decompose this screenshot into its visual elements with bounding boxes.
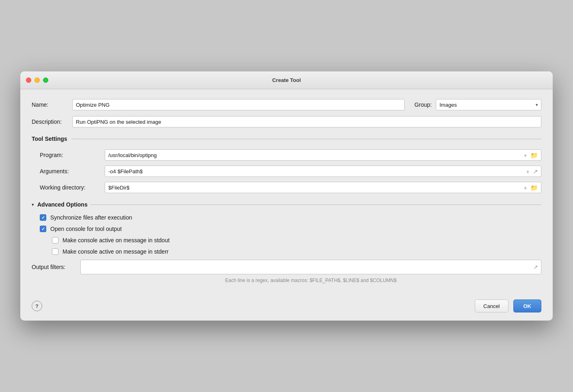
- cancel-button[interactable]: Cancel: [475, 299, 508, 312]
- advanced-options-title: Advanced Options: [37, 201, 88, 208]
- tool-settings-title: Tool Settings: [32, 136, 67, 142]
- add-macro-icon-wd[interactable]: +: [523, 185, 527, 191]
- output-filters-hint: Each line is a regex, available macros: …: [32, 278, 541, 283]
- traffic-lights: [26, 78, 48, 83]
- program-icons: + 📁: [523, 152, 538, 158]
- output-filters-input-wrapper: ↗: [80, 260, 541, 274]
- active-stdout-label: Make console active on message in stdout: [62, 237, 170, 243]
- active-stdout-row: Make console active on message in stdout: [40, 237, 541, 243]
- add-macro-icon[interactable]: +: [523, 152, 527, 158]
- active-stderr-checkbox[interactable]: [52, 248, 58, 255]
- group-label: Group:: [414, 101, 432, 108]
- advanced-options-body: Synchronize files after execution Open c…: [32, 214, 541, 255]
- advanced-options-divider: [90, 205, 541, 205]
- dialog-footer: ? Cancel OK: [20, 299, 553, 321]
- active-stderr-row: Make console active on message in stderr: [40, 248, 541, 255]
- open-console-row: Open console for tool output: [40, 226, 541, 232]
- arguments-label: Arguments:: [40, 168, 105, 174]
- window-title: Create Tool: [272, 77, 301, 83]
- add-macro-icon-args[interactable]: +: [526, 168, 530, 174]
- working-directory-label: Working directory:: [40, 184, 105, 191]
- open-console-label: Open console for tool output: [50, 226, 122, 232]
- output-filters-row: Output filters: ↗: [32, 260, 541, 274]
- close-button[interactable]: [26, 78, 31, 83]
- arguments-input[interactable]: [105, 166, 541, 177]
- arguments-input-wrapper: + ↗: [105, 166, 541, 177]
- advanced-options-header[interactable]: ▾ Advanced Options: [32, 201, 541, 208]
- open-console-checkbox[interactable]: [40, 226, 46, 232]
- expand-icon[interactable]: ↗: [533, 264, 538, 270]
- tool-settings-body: Program: + 📁 Arguments: + ↗: [32, 149, 541, 193]
- output-filters-label: Output filters:: [32, 264, 80, 270]
- working-directory-row: Working directory: + 📁: [40, 182, 541, 193]
- sync-files-row: Synchronize files after execution: [40, 214, 541, 221]
- advanced-options-section: ▾ Advanced Options Synchronize files aft…: [32, 201, 541, 283]
- dialog-content: Name: Group: Images Other ▾ Description:…: [20, 89, 553, 299]
- output-filters-input[interactable]: [80, 260, 541, 274]
- footer-buttons: Cancel OK: [475, 299, 541, 312]
- tool-settings-header: Tool Settings: [32, 136, 541, 142]
- program-label: Program:: [40, 152, 105, 158]
- arguments-row: Arguments: + ↗: [40, 166, 541, 177]
- description-input[interactable]: [72, 116, 541, 127]
- working-directory-input-wrapper: + 📁: [105, 182, 541, 193]
- name-group-row: Name: Group: Images Other ▾: [32, 99, 541, 110]
- working-directory-icons: + 📁: [523, 185, 538, 191]
- active-stderr-label: Make console active on message in stderr: [62, 248, 168, 255]
- group-select[interactable]: Images Other: [436, 99, 541, 110]
- ok-button[interactable]: OK: [513, 299, 542, 312]
- chevron-down-icon: ▾: [32, 202, 34, 207]
- arguments-icons: + ↗: [526, 168, 538, 174]
- description-label: Description:: [32, 118, 72, 125]
- titlebar: Create Tool: [20, 71, 553, 89]
- tool-settings-divider: [71, 139, 541, 139]
- create-tool-dialog: Create Tool Name: Group: Images Other ▾ …: [20, 71, 553, 321]
- maximize-button[interactable]: [43, 78, 48, 83]
- working-directory-input[interactable]: [105, 182, 541, 193]
- minimize-button[interactable]: [34, 78, 40, 83]
- name-input[interactable]: [72, 99, 405, 110]
- browse-folder-icon-wd[interactable]: 📁: [530, 185, 538, 191]
- help-button[interactable]: ?: [32, 301, 42, 311]
- program-input-wrapper: + 📁: [105, 149, 541, 161]
- expand-icon-args[interactable]: ↗: [533, 168, 538, 174]
- group-select-wrapper: Images Other ▾: [436, 99, 541, 110]
- name-label: Name:: [32, 101, 72, 108]
- sync-files-label: Synchronize files after execution: [50, 214, 132, 221]
- sync-files-checkbox[interactable]: [40, 214, 46, 221]
- description-row: Description:: [32, 116, 541, 127]
- program-input[interactable]: [105, 149, 541, 161]
- browse-folder-icon[interactable]: 📁: [530, 152, 538, 158]
- program-row: Program: + 📁: [40, 149, 541, 161]
- active-stdout-checkbox[interactable]: [52, 237, 58, 243]
